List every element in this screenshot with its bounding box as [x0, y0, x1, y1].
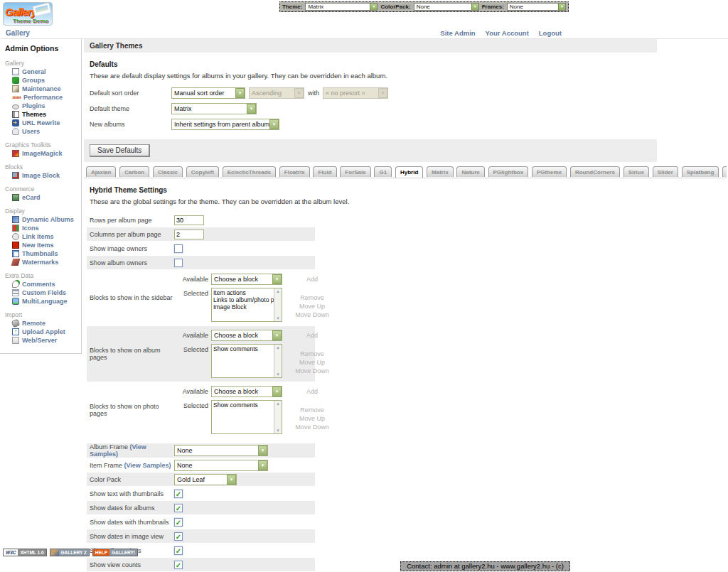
sidebar-item-remote[interactable]: Remote: [0, 319, 81, 328]
listbox-scrollbar[interactable]: ▴▾: [274, 288, 282, 321]
listbox-item[interactable]: Show comments: [213, 401, 274, 409]
tab-fluid[interactable]: Fluid: [313, 166, 336, 177]
sidebar-item-performance[interactable]: »»»Performance: [0, 93, 81, 102]
photo-add-link[interactable]: Add: [289, 386, 335, 395]
scroll-down-icon[interactable]: ▾: [277, 315, 279, 321]
album-move-down-link[interactable]: Move Down: [289, 367, 335, 375]
sidebar-item-url-rewrite[interactable]: URL Rewrite: [0, 119, 81, 127]
sidebar-item-custom-fields[interactable]: Custom Fields: [0, 288, 81, 297]
your-account-link[interactable]: Your Account: [486, 29, 529, 37]
sidebar-move-down-link[interactable]: Move Down: [289, 311, 335, 319]
photo-move-up-link[interactable]: Move Up: [289, 414, 335, 423]
sidebar-item-imagemagick[interactable]: ImageMagick: [0, 149, 81, 158]
tab-matrix[interactable]: Matrix: [427, 166, 454, 177]
listbox-item[interactable]: Image Block: [213, 303, 274, 311]
frames-select[interactable]: None ▾: [507, 3, 566, 11]
tab-roundcorners[interactable]: RoundCorners: [570, 166, 620, 177]
sidebar-item-comments[interactable]: Comments: [0, 280, 81, 288]
tab-g1[interactable]: G1: [374, 166, 392, 177]
tab-eclecticthreads[interactable]: EclecticThreads: [223, 166, 276, 177]
show-text-thumbs-checkbox[interactable]: [174, 490, 183, 498]
cols-per-page-input[interactable]: [174, 230, 204, 239]
sidebar-item-thumbnails[interactable]: Thumbnails: [0, 249, 81, 258]
help-gallery-badge[interactable]: HELPGALLERY!: [92, 549, 138, 556]
sort-order-select[interactable]: Manual sort order ▾: [171, 87, 245, 99]
sidebar-item-groups[interactable]: Groups: [0, 76, 81, 85]
tab-splatbang[interactable]: Splatbang: [682, 166, 719, 177]
photo-selected-listbox[interactable]: Show comments ▴▾: [211, 400, 282, 434]
sidebar-item-link-items[interactable]: Link Items: [0, 232, 81, 241]
sidebar-selected-listbox[interactable]: Item actions Links to album/photo peers …: [211, 288, 282, 322]
item-frame-view-samples-link[interactable]: (View Samples): [124, 462, 171, 469]
sidebar-available-select[interactable]: Choose a block ▾: [211, 274, 282, 285]
sidebar-item-maintenance[interactable]: Maintenance: [0, 85, 81, 93]
sidebar-item-multilanguage[interactable]: MultiLanguage: [0, 297, 81, 306]
theme-select[interactable]: Matrix ▾: [305, 3, 378, 11]
album-frame-select[interactable]: None ▾: [174, 445, 268, 456]
album-add-link[interactable]: Add: [289, 330, 335, 339]
tab-hybrid[interactable]: Hybrid: [395, 166, 423, 178]
listbox-item[interactable]: Links to album/photo peers: [213, 296, 274, 303]
photo-remove-link[interactable]: Remove: [289, 406, 335, 414]
album-move-up-link[interactable]: Move Up: [289, 358, 335, 367]
photo-available-select[interactable]: Choose a block ▾: [211, 386, 282, 397]
new-albums-select[interactable]: Inherit settings from parent album ▾: [171, 119, 279, 130]
rows-per-page-input[interactable]: [174, 215, 204, 225]
sidebar-item-ecard[interactable]: eCard: [0, 193, 81, 202]
show-album-sizes-checkbox[interactable]: [174, 546, 183, 555]
tab-classic[interactable]: Classic: [153, 166, 183, 177]
sidebar-item-new-items[interactable]: New Items: [0, 241, 81, 249]
tab-copyleft[interactable]: Copyleft: [186, 166, 219, 177]
tab-tien[interactable]: Tien: [722, 166, 727, 177]
default-theme-select[interactable]: Matrix ▾: [171, 103, 257, 114]
item-frame-select[interactable]: None ▾: [174, 460, 268, 471]
gallery2-badge[interactable]: GALLERY 2: [50, 549, 90, 556]
scroll-up-icon[interactable]: ▴: [277, 288, 279, 294]
scroll-up-icon[interactable]: ▴: [277, 345, 279, 350]
tab-pgtheme[interactable]: PGtheme: [532, 166, 567, 177]
tab-nature[interactable]: Nature: [456, 166, 484, 177]
album-remove-link[interactable]: Remove: [289, 350, 335, 358]
logout-link[interactable]: Logout: [539, 29, 562, 37]
listbox-item[interactable]: Show comments: [213, 345, 274, 352]
scroll-up-icon[interactable]: ▴: [277, 401, 279, 406]
show-image-owners-checkbox[interactable]: [174, 244, 183, 253]
breadcrumb[interactable]: Gallery: [6, 29, 30, 37]
sidebar-item-users[interactable]: Users: [0, 127, 81, 136]
sidebar-move-up-link[interactable]: Move Up: [289, 302, 335, 311]
w3c-xhtml-badge[interactable]: W3CXHTML 1.0: [3, 549, 47, 556]
tab-ajaxian[interactable]: Ajaxian: [86, 166, 116, 177]
listbox-scrollbar[interactable]: ▴▾: [274, 345, 282, 377]
sidebar-item-icons[interactable]: Icons: [0, 224, 81, 232]
tab-forsale[interactable]: ForSale: [340, 166, 370, 177]
album-selected-listbox[interactable]: Show comments ▴▾: [211, 344, 282, 378]
sidebar-item-plugins[interactable]: Plugins: [0, 102, 81, 110]
tab-siriux[interactable]: Siriux: [623, 166, 649, 177]
scroll-down-icon[interactable]: ▾: [277, 428, 279, 433]
show-dates-thumbs-checkbox[interactable]: [174, 518, 183, 527]
sidebar-item-web-server[interactable]: Web/Server: [0, 336, 81, 345]
tab-slider[interactable]: Slider: [653, 166, 678, 177]
save-defaults-button[interactable]: Save Defaults: [90, 144, 150, 157]
color-pack-select[interactable]: Gold Leaf ▾: [174, 474, 237, 485]
sidebar-item-dynamic-albums[interactable]: Dynamic Albums: [0, 215, 81, 224]
sidebar-add-link[interactable]: Add: [289, 274, 335, 283]
show-album-owners-checkbox[interactable]: [174, 259, 183, 267]
photo-move-down-link[interactable]: Move Down: [289, 423, 335, 431]
gallery-logo[interactable]: Gallery Theme Demo: [3, 2, 53, 26]
tab-carbon[interactable]: Carbon: [119, 166, 149, 177]
sidebar-item-watermarks[interactable]: Watermarks: [0, 258, 81, 266]
tab-pglightbox[interactable]: PGlightbox: [488, 166, 529, 177]
album-available-select[interactable]: Choose a block ▾: [211, 330, 282, 341]
colorpack-select[interactable]: None ▾: [414, 3, 479, 11]
listbox-scrollbar[interactable]: ▴▾: [274, 401, 282, 433]
sidebar-item-themes[interactable]: Themes: [0, 110, 81, 119]
show-dates-image-checkbox[interactable]: [174, 532, 183, 541]
show-view-counts-checkbox[interactable]: [174, 561, 183, 569]
tab-floatrix[interactable]: Floatrix: [279, 166, 310, 177]
sidebar-remove-link[interactable]: Remove: [289, 293, 335, 302]
sidebar-item-upload-applet[interactable]: Upload Applet: [0, 328, 81, 336]
sidebar-item-general[interactable]: General: [0, 68, 81, 76]
site-admin-link[interactable]: Site Admin: [440, 29, 475, 37]
sidebar-item-image-block[interactable]: Image Block: [0, 171, 81, 180]
